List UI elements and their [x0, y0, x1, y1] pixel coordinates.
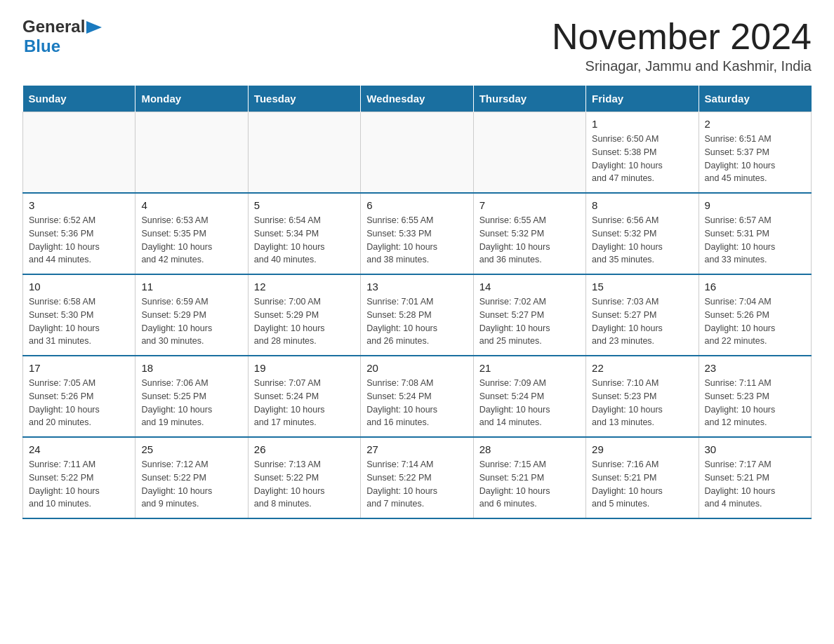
- day-number: 18: [141, 362, 241, 374]
- calendar-week-row: 10Sunrise: 6:58 AM Sunset: 5:30 PM Dayli…: [23, 274, 812, 356]
- calendar-cell: 14Sunrise: 7:02 AM Sunset: 5:27 PM Dayli…: [473, 274, 585, 356]
- calendar-cell: [248, 112, 360, 194]
- calendar-cell: 16Sunrise: 7:04 AM Sunset: 5:26 PM Dayli…: [699, 274, 811, 356]
- calendar-cell: 29Sunrise: 7:16 AM Sunset: 5:21 PM Dayli…: [586, 437, 699, 518]
- day-number: 1: [592, 118, 692, 130]
- calendar-cell: 8Sunrise: 6:56 AM Sunset: 5:32 PM Daylig…: [586, 193, 699, 274]
- day-number: 6: [366, 199, 467, 211]
- day-number: 27: [366, 443, 467, 455]
- calendar-cell: [361, 112, 473, 194]
- day-info: Sunrise: 7:17 AM Sunset: 5:21 PM Dayligh…: [705, 458, 805, 511]
- calendar-header-monday: Monday: [135, 86, 248, 112]
- day-number: 5: [254, 199, 355, 211]
- calendar-header-tuesday: Tuesday: [248, 86, 360, 112]
- calendar-cell: 10Sunrise: 6:58 AM Sunset: 5:30 PM Dayli…: [23, 274, 135, 356]
- day-info: Sunrise: 6:57 AM Sunset: 5:31 PM Dayligh…: [705, 214, 805, 267]
- calendar-header-sunday: Sunday: [23, 86, 135, 112]
- page-header: General Blue November 2024 Srinagar, Jam…: [22, 17, 812, 74]
- calendar-cell: 26Sunrise: 7:13 AM Sunset: 5:22 PM Dayli…: [248, 437, 360, 518]
- day-info: Sunrise: 7:12 AM Sunset: 5:22 PM Dayligh…: [141, 458, 241, 511]
- calendar-cell: [473, 112, 585, 194]
- calendar-cell: [23, 112, 135, 194]
- day-number: 20: [366, 362, 467, 374]
- calendar-cell: [135, 112, 248, 194]
- day-number: 3: [29, 199, 129, 211]
- calendar-cell: 2Sunrise: 6:51 AM Sunset: 5:37 PM Daylig…: [699, 112, 811, 194]
- calendar-cell: 11Sunrise: 6:59 AM Sunset: 5:29 PM Dayli…: [135, 274, 248, 356]
- calendar-week-row: 24Sunrise: 7:11 AM Sunset: 5:22 PM Dayli…: [23, 437, 812, 518]
- day-info: Sunrise: 6:52 AM Sunset: 5:36 PM Dayligh…: [29, 214, 129, 267]
- calendar-cell: 25Sunrise: 7:12 AM Sunset: 5:22 PM Dayli…: [135, 437, 248, 518]
- calendar-cell: 28Sunrise: 7:15 AM Sunset: 5:21 PM Dayli…: [473, 437, 585, 518]
- day-number: 19: [254, 362, 355, 374]
- calendar-cell: 18Sunrise: 7:06 AM Sunset: 5:25 PM Dayli…: [135, 356, 248, 437]
- day-info: Sunrise: 6:55 AM Sunset: 5:32 PM Dayligh…: [479, 214, 580, 267]
- day-number: 15: [592, 281, 692, 293]
- calendar-table: SundayMondayTuesdayWednesdayThursdayFrid…: [22, 86, 812, 519]
- calendar-cell: 13Sunrise: 7:01 AM Sunset: 5:28 PM Dayli…: [361, 274, 473, 356]
- day-number: 11: [141, 281, 241, 293]
- day-info: Sunrise: 7:05 AM Sunset: 5:26 PM Dayligh…: [29, 377, 129, 429]
- day-info: Sunrise: 7:15 AM Sunset: 5:21 PM Dayligh…: [479, 458, 580, 511]
- day-info: Sunrise: 6:50 AM Sunset: 5:38 PM Dayligh…: [592, 133, 692, 185]
- logo-blue-text: Blue: [24, 36, 60, 55]
- day-info: Sunrise: 7:16 AM Sunset: 5:21 PM Dayligh…: [592, 458, 692, 511]
- day-info: Sunrise: 6:55 AM Sunset: 5:33 PM Dayligh…: [366, 214, 467, 267]
- calendar-week-row: 17Sunrise: 7:05 AM Sunset: 5:26 PM Dayli…: [23, 356, 812, 437]
- calendar-header-friday: Friday: [586, 86, 699, 112]
- day-number: 25: [141, 443, 241, 455]
- day-number: 23: [705, 362, 805, 374]
- logo-triangle-icon: [86, 21, 102, 34]
- day-info: Sunrise: 7:00 AM Sunset: 5:29 PM Dayligh…: [254, 295, 355, 348]
- svg-marker-0: [86, 21, 102, 34]
- day-number: 16: [705, 281, 805, 293]
- day-number: 4: [141, 199, 241, 211]
- day-number: 14: [479, 281, 580, 293]
- day-info: Sunrise: 7:03 AM Sunset: 5:27 PM Dayligh…: [592, 295, 692, 348]
- day-info: Sunrise: 7:13 AM Sunset: 5:22 PM Dayligh…: [254, 458, 355, 511]
- day-number: 2: [705, 118, 805, 130]
- calendar-header-row: SundayMondayTuesdayWednesdayThursdayFrid…: [23, 86, 812, 112]
- day-number: 9: [705, 199, 805, 211]
- location-text: Srinagar, Jammu and Kashmir, India: [552, 58, 812, 74]
- day-number: 26: [254, 443, 355, 455]
- day-number: 28: [479, 443, 580, 455]
- calendar-cell: 17Sunrise: 7:05 AM Sunset: 5:26 PM Dayli…: [23, 356, 135, 437]
- logo-general-text: General: [22, 17, 85, 36]
- calendar-cell: 1Sunrise: 6:50 AM Sunset: 5:38 PM Daylig…: [586, 112, 699, 194]
- day-info: Sunrise: 7:07 AM Sunset: 5:24 PM Dayligh…: [254, 377, 355, 429]
- calendar-cell: 19Sunrise: 7:07 AM Sunset: 5:24 PM Dayli…: [248, 356, 360, 437]
- day-info: Sunrise: 6:59 AM Sunset: 5:29 PM Dayligh…: [141, 295, 241, 348]
- calendar-cell: 22Sunrise: 7:10 AM Sunset: 5:23 PM Dayli…: [586, 356, 699, 437]
- calendar-cell: 23Sunrise: 7:11 AM Sunset: 5:23 PM Dayli…: [699, 356, 811, 437]
- calendar-cell: 30Sunrise: 7:17 AM Sunset: 5:21 PM Dayli…: [699, 437, 811, 518]
- day-number: 30: [705, 443, 805, 455]
- day-info: Sunrise: 6:51 AM Sunset: 5:37 PM Dayligh…: [705, 133, 805, 185]
- calendar-cell: 9Sunrise: 6:57 AM Sunset: 5:31 PM Daylig…: [699, 193, 811, 274]
- day-info: Sunrise: 7:01 AM Sunset: 5:28 PM Dayligh…: [366, 295, 467, 348]
- calendar-cell: 6Sunrise: 6:55 AM Sunset: 5:33 PM Daylig…: [361, 193, 473, 274]
- calendar-cell: 5Sunrise: 6:54 AM Sunset: 5:34 PM Daylig…: [248, 193, 360, 274]
- calendar-cell: 27Sunrise: 7:14 AM Sunset: 5:22 PM Dayli…: [361, 437, 473, 518]
- day-number: 8: [592, 199, 692, 211]
- month-title: November 2024: [552, 17, 812, 57]
- calendar-header-saturday: Saturday: [699, 86, 811, 112]
- calendar-header-wednesday: Wednesday: [361, 86, 473, 112]
- calendar-cell: 20Sunrise: 7:08 AM Sunset: 5:24 PM Dayli…: [361, 356, 473, 437]
- day-info: Sunrise: 6:56 AM Sunset: 5:32 PM Dayligh…: [592, 214, 692, 267]
- day-info: Sunrise: 7:14 AM Sunset: 5:22 PM Dayligh…: [366, 458, 467, 511]
- day-info: Sunrise: 7:09 AM Sunset: 5:24 PM Dayligh…: [479, 377, 580, 429]
- day-info: Sunrise: 7:06 AM Sunset: 5:25 PM Dayligh…: [141, 377, 241, 429]
- day-number: 7: [479, 199, 580, 211]
- calendar-header-thursday: Thursday: [473, 86, 585, 112]
- calendar-cell: 21Sunrise: 7:09 AM Sunset: 5:24 PM Dayli…: [473, 356, 585, 437]
- calendar-cell: 15Sunrise: 7:03 AM Sunset: 5:27 PM Dayli…: [586, 274, 699, 356]
- calendar-week-row: 1Sunrise: 6:50 AM Sunset: 5:38 PM Daylig…: [23, 112, 812, 194]
- day-info: Sunrise: 6:58 AM Sunset: 5:30 PM Dayligh…: [29, 295, 129, 348]
- day-number: 21: [479, 362, 580, 374]
- day-info: Sunrise: 6:54 AM Sunset: 5:34 PM Dayligh…: [254, 214, 355, 267]
- day-number: 24: [29, 443, 129, 455]
- day-number: 13: [366, 281, 467, 293]
- calendar-cell: 3Sunrise: 6:52 AM Sunset: 5:36 PM Daylig…: [23, 193, 135, 274]
- day-info: Sunrise: 7:08 AM Sunset: 5:24 PM Dayligh…: [366, 377, 467, 429]
